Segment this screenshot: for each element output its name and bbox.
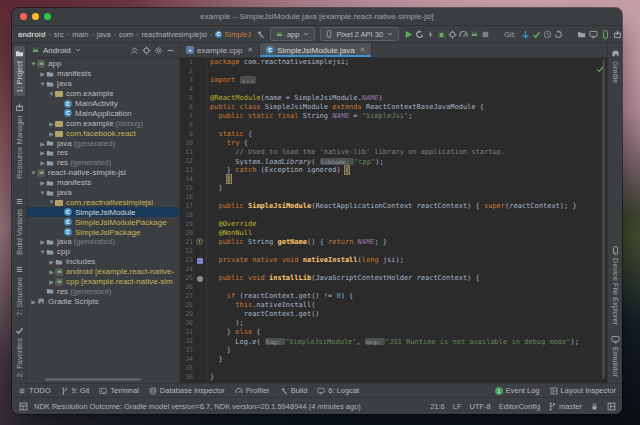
editorconfig-indicator[interactable]: EditorConfig — [499, 402, 540, 411]
expand-arrow-icon[interactable]: ▶ — [48, 268, 55, 275]
git-branch-widget[interactable]: master — [548, 402, 582, 411]
breadcrumb-item[interactable]: reactnativesimplejsi — [141, 30, 206, 39]
tree-item-react-native-simple-jsi[interactable]: ▼react-native-simple-jsi — [27, 168, 179, 178]
tool-window-button-device-file-explorer[interactable]: Device File Explorer — [610, 243, 621, 328]
tool-window-tab-database-inspector[interactable]: Database Inspector — [149, 386, 225, 395]
expand-arrow-icon[interactable]: ▶ — [39, 140, 46, 147]
profiler-button[interactable] — [459, 30, 468, 39]
collapse-arrow-icon[interactable]: ▼ — [39, 249, 46, 255]
sync-gradle-button[interactable] — [577, 30, 586, 39]
breadcrumb-class-item[interactable]: CSimpleJ — [215, 30, 251, 39]
git-commit-button[interactable] — [532, 30, 541, 39]
tool-window-tab-todo[interactable]: TODO — [18, 386, 51, 395]
lock-icon[interactable] — [590, 402, 599, 411]
close-tab-icon[interactable]: ✕ — [247, 46, 253, 54]
tree-item-manifests[interactable]: ▶manifests — [27, 178, 179, 188]
settings-button[interactable] — [154, 46, 163, 55]
tree-item-java[interactable]: ▼java — [27, 188, 179, 198]
sdk-manager-button[interactable] — [613, 30, 622, 39]
expand-arrow-icon[interactable]: ▶ — [39, 70, 46, 77]
avd-manager-button[interactable] — [601, 30, 610, 39]
tree-item-gradle-scripts[interactable]: ▶Gradle Scripts — [27, 296, 179, 306]
breadcrumb-item[interactable]: src — [54, 30, 64, 39]
lock-icon[interactable] — [590, 402, 599, 411]
device-monitor-button[interactable] — [589, 30, 598, 39]
apply-changes-button[interactable] — [415, 30, 424, 39]
debug-button[interactable] — [437, 30, 446, 39]
tree-item-manifests[interactable]: ▶manifests — [27, 69, 179, 79]
tool-window-button-7-structure[interactable]: 7: Structure — [14, 262, 25, 319]
locate-file-button[interactable] — [142, 46, 151, 55]
breadcrumb-item[interactable]: android — [18, 30, 46, 39]
tree-item-java[interactable]: ▶java(generated) — [27, 138, 179, 148]
file-encoding[interactable]: UTF-8 — [470, 402, 491, 411]
tool-window-button-gradle[interactable]: Gradle — [610, 46, 621, 87]
close-tab-icon[interactable]: ✕ — [360, 46, 366, 54]
reader-mode-icon[interactable] — [607, 402, 616, 411]
tree-item-com-example[interactable]: ▼com.example — [27, 89, 179, 99]
tool-window-tab-event-log[interactable]: 1Event Log — [495, 386, 540, 395]
tree-item-com-example[interactable]: ▶com.example(debug) — [27, 118, 179, 128]
tool-window-tab-build[interactable]: Build — [280, 386, 308, 395]
git-update-button[interactable] — [521, 30, 530, 39]
collapse-arrow-icon[interactable]: ▼ — [30, 170, 37, 176]
tree-item-java[interactable]: ▶java(generated) — [27, 237, 179, 247]
project-view-select[interactable]: Android — [43, 46, 71, 55]
device-select[interactable]: Pixel 2 API 30 — [320, 27, 399, 41]
tree-item-res[interactable]: res(generated) — [27, 286, 179, 296]
tree-item-simplejsipackage[interactable]: CSimpleJsiPackage — [27, 227, 179, 237]
expand-arrow-icon[interactable]: ▶ — [48, 278, 55, 285]
chevron-down-icon[interactable] — [74, 46, 82, 54]
breadcrumb-item[interactable]: com — [119, 30, 133, 39]
breadcrumb-item[interactable]: java — [97, 30, 111, 39]
tree-item-includes[interactable]: ▶includes — [27, 257, 179, 267]
tool-window-tab-6-logcat[interactable]: 6: Logcat — [317, 386, 359, 395]
tool-window-switcher-icon[interactable] — [19, 402, 28, 411]
tree-item-java[interactable]: ▼java — [27, 79, 179, 89]
collapse-arrow-icon[interactable]: ▼ — [48, 199, 55, 205]
hide-panel-button[interactable] — [166, 46, 175, 55]
collapse-arrow-icon[interactable]: ▼ — [39, 81, 46, 87]
title-bar[interactable]: example – SimpleJsiModule.java [example.… — [12, 8, 622, 26]
expand-arrow-icon[interactable]: ▶ — [39, 149, 46, 156]
tree-item-cpp[interactable]: ▼cpp — [27, 247, 179, 257]
collapse-arrow-icon[interactable]: ▼ — [48, 91, 55, 97]
reader-mode-icon[interactable] — [607, 402, 616, 411]
tree-item-mainactivity[interactable]: CMainActivity — [27, 99, 179, 109]
record-button[interactable] — [470, 30, 479, 39]
native-gutter-icon[interactable] — [195, 258, 204, 264]
tool-window-tab-terminal[interactable]: Terminal — [99, 386, 138, 395]
tool-window-button-build-variants[interactable]: Build Variants — [14, 194, 25, 258]
editor-tab-example-cpp[interactable]: +example.cpp✕ — [180, 43, 260, 57]
expand-arrow-icon[interactable]: ▶ — [48, 120, 55, 127]
expand-arrow-icon[interactable]: ▶ — [48, 130, 55, 137]
breadcrumb-item[interactable]: main — [72, 30, 88, 39]
editor-vertical-scrollbar[interactable] — [601, 59, 606, 379]
expand-arrow-icon[interactable]: ▶ — [39, 238, 46, 245]
tree-item-simplejsimodulepackage[interactable]: CSimpleJsiModulePackage — [27, 217, 179, 227]
apply-code-changes-button[interactable] — [426, 30, 435, 39]
project-horizontal-scrollbar[interactable] — [45, 378, 141, 381]
tree-item-res[interactable]: ▶res — [27, 148, 179, 158]
build-hammer-icon[interactable] — [256, 28, 265, 40]
tree-item-cpp-example-react-native-sim[interactable]: ▶cpp [example.react-native-sim — [27, 277, 179, 287]
tree-item-com-facebook-react[interactable]: ▶com.facebook.react — [27, 128, 179, 138]
run-configuration-select[interactable]: app — [270, 27, 316, 41]
build-hammer-icon[interactable] — [256, 30, 265, 39]
line-ending[interactable]: LF — [453, 402, 462, 411]
tool-window-tab-profiler[interactable]: Profiler — [235, 386, 270, 395]
tree-item-com-reactnativesimplejsi[interactable]: ▼com.reactnativesimplejsi — [27, 197, 179, 207]
bound-gutter-icon[interactable] — [195, 276, 204, 282]
tree-item-android-example-react-native-[interactable]: ▶android [example.react-native- — [27, 267, 179, 277]
tool-window-tab-9-git[interactable]: 9: Git — [61, 386, 90, 395]
expand-arrow-icon[interactable]: ▶ — [48, 258, 55, 265]
override-gutter-icon[interactable] — [195, 238, 204, 248]
tool-window-button-emulator[interactable]: Emulator — [610, 332, 621, 380]
tool-window-switcher-icon[interactable] — [18, 401, 28, 411]
tree-item-simplejsimodule[interactable]: CSimpleJsiModule — [27, 207, 179, 217]
tree-item-res[interactable]: ▶res(generated) — [27, 158, 179, 168]
tree-item-app[interactable]: ▼app — [27, 59, 179, 69]
collapse-arrow-icon[interactable]: ▼ — [39, 190, 46, 196]
tool-window-button-1-project[interactable]: 1: Project — [14, 46, 25, 96]
attach-debugger-button[interactable] — [448, 30, 457, 39]
